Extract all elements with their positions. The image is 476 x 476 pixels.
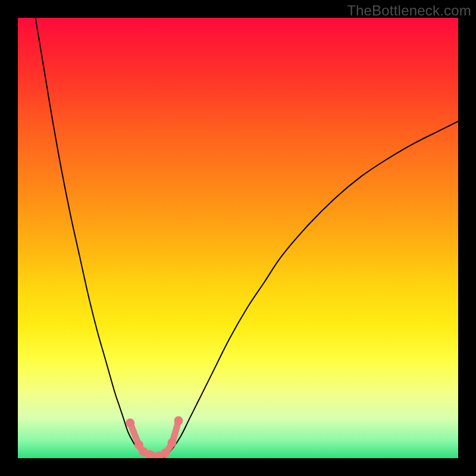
marker-group — [126, 416, 183, 458]
chart-frame: TheBottleneck.com — [0, 0, 476, 476]
plot-area — [18, 18, 458, 458]
curve-group — [36, 18, 458, 458]
marker-dot — [174, 416, 183, 425]
marker-dot — [161, 449, 170, 458]
marker-dot — [168, 439, 177, 447]
series-right-curve — [163, 121, 458, 458]
watermark-text: TheBottleneck.com — [347, 2, 471, 19]
series-left-curve — [36, 18, 164, 458]
chart-svg — [18, 18, 458, 458]
marker-dot — [126, 418, 134, 427]
